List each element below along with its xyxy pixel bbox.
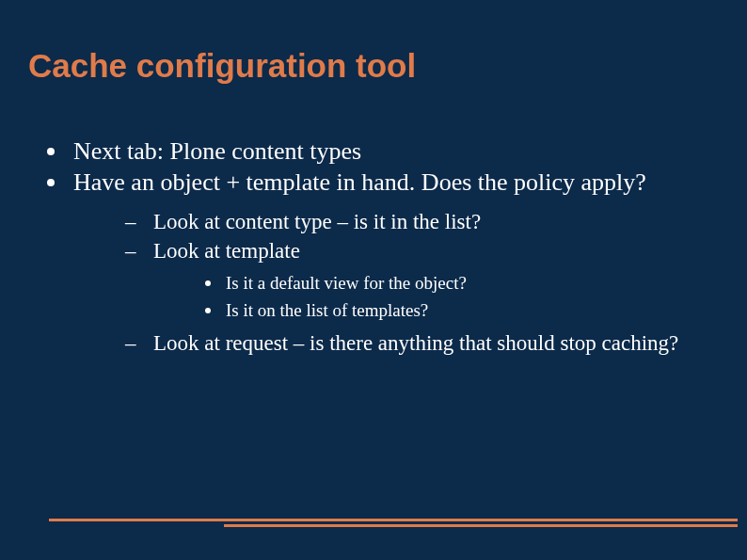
bullet-text: Look at request – is there anything that…	[153, 331, 678, 355]
list-item: Look at content type – is it in the list…	[125, 207, 719, 236]
bullet-list-level1: Next tab: Plone content types Have an ob…	[28, 136, 719, 358]
bullet-text: Look at template	[153, 239, 300, 263]
list-item: Is it a default view for the object?	[205, 271, 719, 296]
bullet-text: Look at content type – is it in the list…	[153, 210, 481, 233]
bullet-text: Is it a default view for the object?	[226, 273, 467, 293]
list-item: Look at template Is it a default view fo…	[125, 236, 719, 323]
slide-title: Cache configuration tool	[28, 47, 719, 85]
footer-divider	[0, 519, 747, 527]
list-item: Is it on the list of templates?	[205, 298, 719, 324]
bullet-list-level3: Is it a default view for the object? Is …	[153, 271, 719, 323]
bullet-text: Is it on the list of templates?	[226, 300, 428, 320]
divider-line-icon	[224, 524, 738, 527]
divider-line-icon	[49, 519, 738, 521]
list-item: Look at request – is there anything that…	[125, 328, 719, 358]
slide: Cache configuration tool Next tab: Plone…	[0, 0, 747, 560]
bullet-text: Next tab: Plone content types	[73, 137, 361, 165]
bullet-text: Have an object + template in hand. Does …	[73, 168, 646, 196]
bullet-list-level2: Look at content type – is it in the list…	[73, 207, 719, 358]
list-item: Have an object + template in hand. Does …	[40, 168, 719, 359]
list-item: Next tab: Plone content types	[40, 136, 719, 168]
